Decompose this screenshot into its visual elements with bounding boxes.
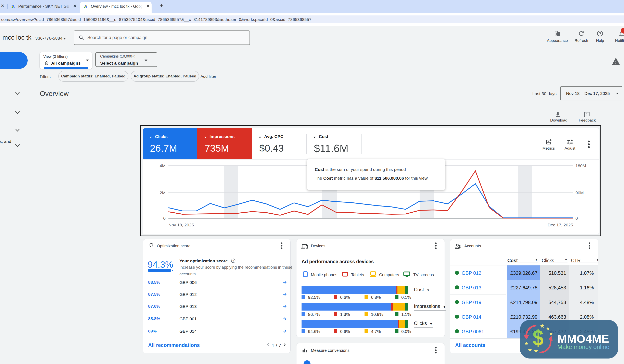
svg-text:Dec 17, 2025: Dec 17, 2025 [547, 223, 573, 227]
svg-text:?: ? [233, 260, 234, 262]
svg-text:MMO4ME: MMO4ME [557, 332, 609, 345]
svg-text:180M: 180M [575, 163, 586, 168]
svg-text:90M: 90M [575, 190, 584, 195]
svg-text:4M: 4M [160, 163, 166, 168]
svg-text:$: $ [533, 325, 544, 350]
svg-text:0: 0 [163, 216, 166, 221]
svg-text:Nov 18, 2025: Nov 18, 2025 [168, 223, 194, 227]
svg-text:Make money online: Make money online [557, 343, 609, 350]
svg-text:0: 0 [575, 216, 578, 221]
svg-text:2M: 2M [160, 190, 166, 195]
